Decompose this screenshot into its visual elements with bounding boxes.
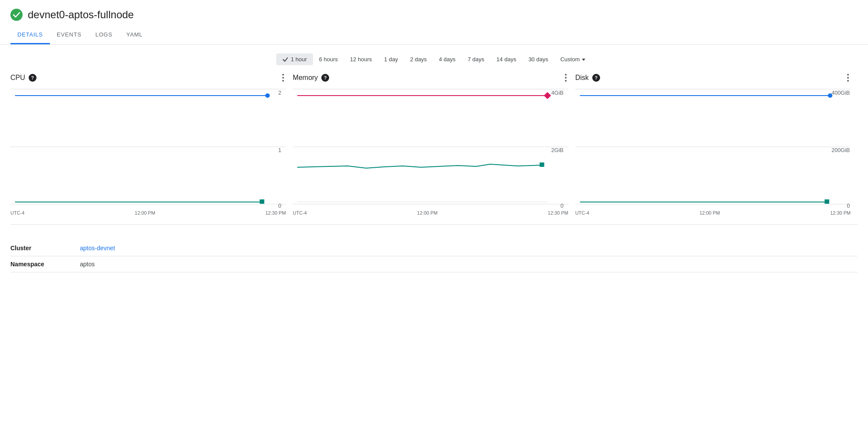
svg-text:400GiB: 400GiB (832, 90, 850, 96)
disk-chart-title: Disk (575, 74, 589, 82)
svg-text:0: 0 (847, 203, 850, 209)
tab-bar: DETAILS EVENTS LOGS YAML (0, 26, 868, 45)
checkmark-icon (282, 56, 288, 63)
info-section: Cluster aptos-devnet Namespace aptos (0, 233, 868, 279)
memory-chart-title: Memory (293, 74, 318, 82)
dropdown-icon (581, 57, 586, 62)
time-btn-1day[interactable]: 1 day (378, 53, 404, 65)
memory-title-row: Memory ? (293, 74, 329, 82)
charts-container: CPU ? 2 1 (0, 72, 868, 215)
namespace-row: Namespace aptos (10, 256, 858, 272)
tab-yaml[interactable]: YAML (119, 26, 150, 44)
cpu-axis-start: UTC-4 (10, 210, 24, 215)
cpu-chart-title: CPU (10, 74, 25, 82)
cpu-chart-area: 2 1 0 (10, 87, 286, 209)
cpu-help-icon[interactable]: ? (29, 74, 36, 82)
svg-text:2: 2 (278, 90, 281, 96)
svg-text:1: 1 (278, 147, 281, 153)
svg-point-28 (828, 93, 832, 98)
svg-text:4GiB: 4GiB (551, 90, 564, 96)
svg-text:200GiB: 200GiB (832, 147, 850, 153)
disk-help-icon[interactable]: ? (592, 74, 600, 82)
memory-axis-start: UTC-4 (293, 210, 307, 215)
page-header: devnet0-aptos-fullnode (0, 0, 868, 21)
memory-chart-header: Memory ? (293, 72, 568, 83)
cpu-title-row: CPU ? (10, 74, 36, 82)
disk-chart-area: 400GiB 200GiB 0 (575, 87, 851, 209)
disk-axis-end: 12:30 PM (830, 210, 851, 215)
svg-point-0 (10, 9, 23, 21)
time-btn-2days[interactable]: 2 days (404, 53, 432, 65)
disk-axis-mid: 12:00 PM (700, 210, 720, 215)
cluster-value[interactable]: aptos-devnet (80, 245, 115, 252)
svg-rect-10 (260, 199, 264, 204)
cpu-axis-mid: 12:00 PM (135, 210, 155, 215)
svg-marker-1 (582, 59, 585, 61)
tab-details[interactable]: DETAILS (10, 26, 50, 44)
memory-help-icon[interactable]: ? (321, 74, 329, 82)
svg-text:2GiB: 2GiB (551, 147, 564, 153)
memory-axis-end: 12:30 PM (548, 210, 568, 215)
cpu-chart-svg: 2 1 0 (10, 87, 286, 209)
namespace-label: Namespace (10, 261, 80, 268)
time-btn-4days[interactable]: 4 days (433, 53, 462, 65)
time-btn-custom[interactable]: Custom (554, 53, 592, 65)
svg-marker-18 (544, 92, 551, 99)
cpu-axis-end: 12:30 PM (265, 210, 286, 215)
disk-more-button[interactable] (845, 72, 851, 83)
time-btn-12hours[interactable]: 12 hours (344, 53, 378, 65)
time-btn-6hours[interactable]: 6 hours (313, 53, 344, 65)
disk-chart-header: Disk ? (575, 72, 851, 83)
time-btn-14days[interactable]: 14 days (490, 53, 522, 65)
tab-logs[interactable]: LOGS (89, 26, 119, 44)
memory-chart-area: 4GiB 2GiB 0 (293, 87, 568, 209)
time-selector: 1 hour 6 hours 12 hours 1 day 2 days 4 d… (0, 45, 868, 72)
memory-chart-panel: Memory ? 4GiB 2GiB (293, 72, 575, 215)
page-title: devnet0-aptos-fullnode (28, 9, 134, 21)
memory-chart-svg: 4GiB 2GiB 0 (293, 87, 568, 209)
cpu-chart-axis: UTC-4 12:00 PM 12:30 PM (10, 210, 286, 215)
section-divider (10, 224, 858, 225)
svg-rect-19 (540, 162, 545, 167)
svg-text:0: 0 (561, 203, 564, 209)
cluster-row: Cluster aptos-devnet (10, 240, 858, 256)
disk-chart-panel: Disk ? 400GiB 200GiB (575, 72, 858, 215)
time-btn-30days[interactable]: 30 days (522, 53, 554, 65)
time-btn-1hour[interactable]: 1 hour (276, 53, 313, 65)
svg-point-8 (265, 93, 270, 98)
cpu-chart-panel: CPU ? 2 1 (10, 72, 293, 215)
cpu-more-button[interactable] (281, 72, 286, 83)
memory-more-button[interactable] (563, 72, 568, 83)
status-icon (10, 9, 23, 21)
svg-rect-30 (825, 199, 829, 204)
tab-events[interactable]: EVENTS (50, 26, 89, 44)
disk-chart-axis: UTC-4 12:00 PM 12:30 PM (575, 210, 851, 215)
disk-title-row: Disk ? (575, 74, 600, 82)
memory-axis-mid: 12:00 PM (417, 210, 438, 215)
svg-text:0: 0 (278, 203, 281, 209)
time-btn-7days[interactable]: 7 days (462, 53, 490, 65)
disk-axis-start: UTC-4 (575, 210, 589, 215)
cluster-label: Cluster (10, 245, 80, 252)
cpu-chart-header: CPU ? (10, 72, 286, 83)
memory-chart-axis: UTC-4 12:00 PM 12:30 PM (293, 210, 568, 215)
namespace-value: aptos (80, 261, 95, 268)
disk-chart-svg: 400GiB 200GiB 0 (575, 87, 851, 209)
